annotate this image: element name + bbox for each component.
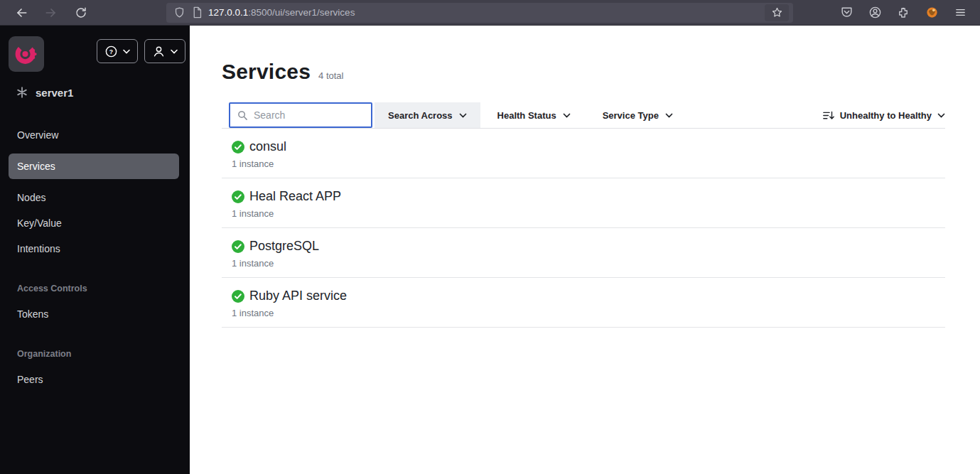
search-box[interactable] [229, 102, 372, 128]
sidebar-item-nodes[interactable]: Nodes [0, 185, 190, 210]
page-info-icon[interactable] [192, 6, 203, 18]
service-instance-count: 1 instance [232, 158, 945, 169]
sidebar-item-intentions[interactable]: Intentions [0, 236, 190, 262]
sort-dropdown[interactable]: Unhealthy to Healthy [822, 110, 945, 121]
service-name: consul [249, 139, 286, 154]
sidebar-item-overview[interactable]: Overview [0, 122, 190, 148]
service-row-postgresql[interactable]: PostgreSQL 1 instance [222, 228, 945, 278]
sidebar: ? server1 Overview [0, 26, 190, 474]
extensions-puzzle-icon[interactable] [893, 3, 913, 23]
service-instance-count: 1 instance [232, 308, 945, 318]
help-menu-button[interactable]: ? [97, 39, 138, 63]
svg-text:?: ? [109, 48, 113, 55]
account-icon[interactable] [865, 3, 885, 23]
datacenter-selector[interactable]: server1 [16, 86, 73, 99]
service-row-consul[interactable]: consul 1 instance [222, 129, 945, 178]
service-name: Heal React APP [249, 189, 341, 204]
search-across-dropdown[interactable]: Search Across [375, 102, 480, 128]
user-menu-button[interactable] [144, 39, 185, 63]
chevron-down-icon [937, 113, 945, 118]
filter-bar: Search Across Health Status Service Type [222, 102, 945, 128]
search-across-label: Search Across [388, 110, 453, 121]
service-instance-count: 1 instance [232, 208, 945, 219]
browser-toolbar: 127.0.0.1:8500/ui/server1/services [0, 0, 980, 26]
pocket-icon[interactable] [836, 3, 856, 23]
sidebar-item-services[interactable]: Services [9, 153, 179, 179]
sidebar-item-peers[interactable]: Peers [0, 367, 190, 392]
back-icon[interactable] [11, 3, 31, 23]
sidebar-section-organization: Organization [0, 341, 190, 367]
forward-icon[interactable] [41, 3, 61, 23]
service-type-label: Service Type [603, 110, 659, 121]
help-icon: ? [104, 45, 118, 58]
menu-hamburger-icon[interactable] [950, 3, 970, 23]
sidebar-item-tokens[interactable]: Tokens [0, 301, 190, 327]
service-name: Ruby API service [249, 289, 347, 303]
chevron-down-icon [459, 113, 467, 118]
user-icon [152, 45, 166, 58]
health-passing-icon [232, 240, 244, 253]
sidebar-section-access-controls: Access Controls [0, 276, 190, 301]
chevron-down-icon [665, 113, 673, 118]
consul-logo[interactable] [9, 36, 44, 72]
chevron-down-icon [123, 49, 130, 54]
health-status-dropdown[interactable]: Health Status [497, 110, 571, 121]
bookmark-star-icon[interactable] [765, 4, 789, 21]
url-bar[interactable]: 127.0.0.1:8500/ui/server1/services [166, 3, 793, 23]
datacenter-icon [16, 86, 28, 99]
sort-icon [822, 110, 834, 121]
health-passing-icon [232, 141, 244, 153]
service-instance-count: 1 instance [232, 258, 945, 269]
search-input[interactable] [254, 109, 364, 121]
service-name: PostgreSQL [249, 239, 319, 254]
search-icon [237, 110, 248, 121]
datacenter-name: server1 [36, 87, 73, 99]
health-passing-icon [232, 190, 244, 203]
health-passing-icon [232, 290, 244, 303]
services-total-count: 4 total [318, 70, 343, 81]
extension-addon-icon[interactable] [922, 3, 942, 23]
service-type-dropdown[interactable]: Service Type [603, 110, 673, 121]
service-row-heal-react-app[interactable]: Heal React APP 1 instance [222, 178, 945, 228]
sidebar-nav: Overview Services Nodes Key/Value Intent… [0, 122, 190, 392]
sidebar-item-keyvalue[interactable]: Key/Value [0, 210, 190, 236]
chevron-down-icon [563, 113, 571, 118]
url-text: 127.0.0.1:8500/ui/server1/services [208, 7, 765, 18]
main-content: Services 4 total Search Across Health St… [190, 26, 980, 474]
service-row-ruby-api-service[interactable]: Ruby API service 1 instance [222, 278, 945, 328]
health-status-label: Health Status [497, 110, 556, 121]
sort-label: Unhealthy to Healthy [840, 110, 932, 121]
shield-icon[interactable] [173, 6, 185, 18]
chevron-down-icon [171, 49, 178, 54]
page-title: Services [222, 60, 311, 84]
reload-icon[interactable] [71, 3, 91, 23]
